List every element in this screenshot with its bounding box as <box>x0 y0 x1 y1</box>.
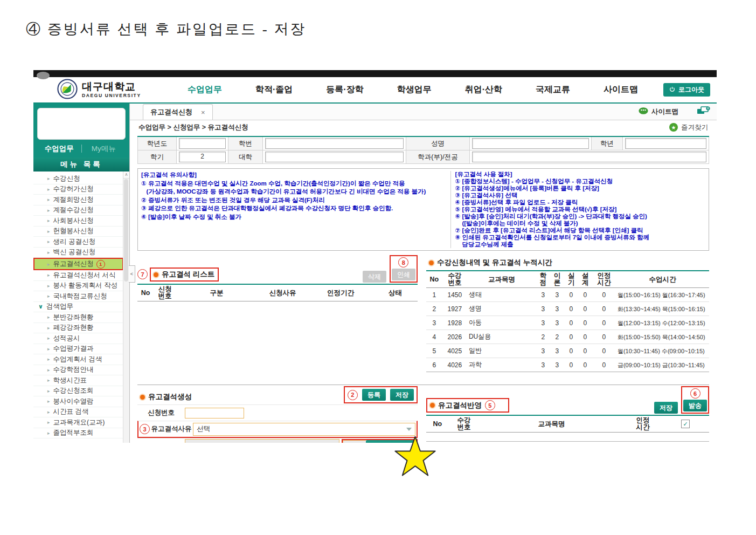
checkbox-checked[interactable]: ✓ <box>681 420 690 428</box>
sidebar-item[interactable]: ▸시간표 검색 <box>33 407 123 418</box>
sidebar-tab-mymenu[interactable]: My메뉴 <box>82 144 126 154</box>
top-nav-item[interactable]: 학적·졸업 <box>255 84 293 95</box>
column-header: 신청 번호 <box>154 284 176 301</box>
annotation-5: 5 <box>485 400 495 410</box>
absence-apply-section: 유고결석반영 5 저장 6 발송 <box>426 386 709 443</box>
enrollment-cell: 0 <box>578 330 592 344</box>
delete-button[interactable]: 삭제 <box>363 271 386 283</box>
sidebar-item-label: 성적공시 <box>53 334 80 343</box>
sidebar-item[interactable]: ▸수강학점안내 <box>33 365 123 376</box>
sidebar-item[interactable]: ▸생리 공결신청 <box>33 237 123 248</box>
enrollment-cell: 0 <box>578 316 592 330</box>
sidebar-item[interactable]: ▸교과목개요(교과) <box>33 417 123 428</box>
sidebar-item[interactable]: ▸폐강강좌현황 <box>33 323 123 334</box>
multi-window-icon[interactable] <box>697 106 710 117</box>
enrollment-cell: 0 <box>578 358 592 372</box>
reason-select[interactable]: 선택 <box>193 423 415 436</box>
enrollment-cell: 3 <box>426 316 442 330</box>
tab-absence-request[interactable]: 유고결석신청 × <box>143 104 213 120</box>
top-nav-item[interactable]: 학생업무 <box>397 84 432 95</box>
top-nav-item[interactable]: 국제교류 <box>536 84 570 95</box>
scroll-up-icon[interactable]: ∧ <box>123 172 129 179</box>
print-button[interactable]: 인쇄 <box>392 269 415 280</box>
top-nav-item[interactable]: 등록·장학 <box>326 84 363 95</box>
sidebar-item[interactable]: ▸분반강좌현황 <box>33 312 123 323</box>
window-control-blob <box>37 72 50 79</box>
notice-cautions-title: [유고결석 유의사항] <box>141 171 447 180</box>
enrollment-row: 21927생명33000화(13:30~14:45) 목(15:00~16:15… <box>426 302 709 316</box>
sidebar-item[interactable]: ▸수업평가결과 <box>33 344 123 355</box>
scrollbar-thumb[interactable] <box>124 179 128 282</box>
column-header: 인정 시간 <box>592 271 616 288</box>
enrollment-cell: 생태 <box>467 288 536 302</box>
enrollment-cell: 0 <box>564 316 578 330</box>
reason-textarea[interactable] <box>185 439 339 443</box>
sidebar-item[interactable]: ▸유고결석신청서 서식 <box>33 270 123 281</box>
enrollment-cell: 2 <box>426 302 442 316</box>
enrollment-cell: 0 <box>592 302 616 316</box>
register-button[interactable]: 등록 <box>362 389 386 401</box>
sidebar-item[interactable]: ▸성적공시 <box>33 333 123 344</box>
grade-input[interactable] <box>625 138 706 149</box>
notice-procedure-line: ⑤ [유고결석반영] 메뉴에서 적용할 교과목 선택(√)후 [저장] <box>455 206 705 213</box>
sidebar-item[interactable]: ▸봉사 활동계획서 작성 <box>33 281 123 292</box>
sidebar-item[interactable]: ▸국내학점교류신청 <box>33 291 123 302</box>
sidebar-item[interactable]: ▸수강신청 <box>33 174 123 184</box>
sidebar-item-label: 폐강강좌현황 <box>53 323 94 332</box>
name-input[interactable] <box>472 138 589 149</box>
column-header: 교과목명 <box>467 271 536 288</box>
top-nav-item[interactable]: 취업·산학 <box>465 84 502 95</box>
enrollment-cell: 0 <box>592 344 616 358</box>
top-nav-item[interactable]: 사이트맵 <box>604 84 638 95</box>
sidebar-collapse-handle[interactable]: < <box>129 265 135 283</box>
notice-cautions: [유고결석 유의사항] ① 유고결석 적용은 대면수업 및 실시간 Zoom 수… <box>141 171 450 248</box>
sidebar-item[interactable]: ▸백신 공결신청 <box>33 248 123 258</box>
grade-label: 학년 <box>592 136 623 150</box>
sitemap-button[interactable]: 사이트맵 <box>639 107 678 116</box>
enrollment-cell: 과학 <box>467 358 536 372</box>
sidebar-item[interactable]: ∨검색업무 <box>33 302 123 313</box>
sidebar-item[interactable]: ▸헌혈봉사신청 <box>33 227 123 237</box>
sidebar-item[interactable]: ▸사회봉사신청 <box>33 216 123 227</box>
logout-button[interactable]: 로그아웃 <box>663 83 710 97</box>
absence-apply-empty <box>426 433 709 442</box>
college-input[interactable] <box>265 152 404 162</box>
sidebar-item-label: 교과목개요(교과) <box>53 418 105 427</box>
sidebar-item[interactable]: ▸계절희망신청 <box>33 195 123 205</box>
year-input[interactable] <box>179 138 226 149</box>
sidebar-item-label: 수업평가결과 <box>53 344 94 353</box>
sidebar-item[interactable]: ▸수업계획서 검색 <box>33 354 123 365</box>
sidebar-item[interactable]: ▸수강허가신청 <box>33 184 123 195</box>
sidebar-tab-work[interactable]: 수업업무 <box>37 144 81 154</box>
sidebar-item[interactable]: ▸수강신청조회 <box>33 386 123 397</box>
enrollment-cell: 3 <box>536 344 550 358</box>
arrow-right-icon: ▸ <box>47 388 50 394</box>
app-header: 대구대학교 DAEGU UNIVERSITY 수업업무학적·졸업등록·장학학생업… <box>33 77 717 102</box>
annotation-1: 1 <box>96 260 105 269</box>
save-button[interactable]: 저장 <box>390 389 414 401</box>
sidebar-item-label: 봉사이수열람 <box>53 397 94 406</box>
favorite-button[interactable]: ★ 즐겨찾기 <box>669 123 708 132</box>
sidebar-scrollbar[interactable]: ∧ <box>123 172 129 443</box>
dept-input[interactable] <box>472 152 706 162</box>
sidebar-item[interactable]: ▸학생시간표 <box>33 375 123 386</box>
top-nav-item[interactable]: 수업업무 <box>188 84 222 95</box>
sidebar-item-label: 수업계획서 검색 <box>53 355 102 364</box>
section-bullet-icon <box>430 403 435 408</box>
close-icon[interactable]: × <box>201 108 205 116</box>
semester-input[interactable]: 2 <box>179 152 226 162</box>
student-id-input[interactable] <box>265 138 404 149</box>
sidebar-item[interactable]: ▸졸업적부조회 <box>33 428 123 439</box>
send-button[interactable]: 발송 <box>683 400 707 411</box>
enrollment-cell: 생명 <box>467 302 536 316</box>
sidebar-item-label: 검색업무 <box>46 302 73 311</box>
tab-label: 유고결석신청 <box>150 107 192 117</box>
sidebar-item[interactable]: ▸봉사이수열람 <box>33 396 123 407</box>
apply-save-button[interactable]: 저장 <box>654 402 678 414</box>
app-window: 대구대학교 DAEGU UNIVERSITY 수업업무학적·졸업등록·장학학생업… <box>33 70 717 443</box>
sidebar-item[interactable]: ▸계절수강신청 <box>33 205 123 216</box>
sidebar-item[interactable]: ▸유고결석신청1 <box>33 258 123 270</box>
sidebar-top: 수업업무 My메뉴 <box>33 104 129 157</box>
request-no-input[interactable] <box>185 408 244 419</box>
enrollment-cell: 3 <box>550 358 564 372</box>
